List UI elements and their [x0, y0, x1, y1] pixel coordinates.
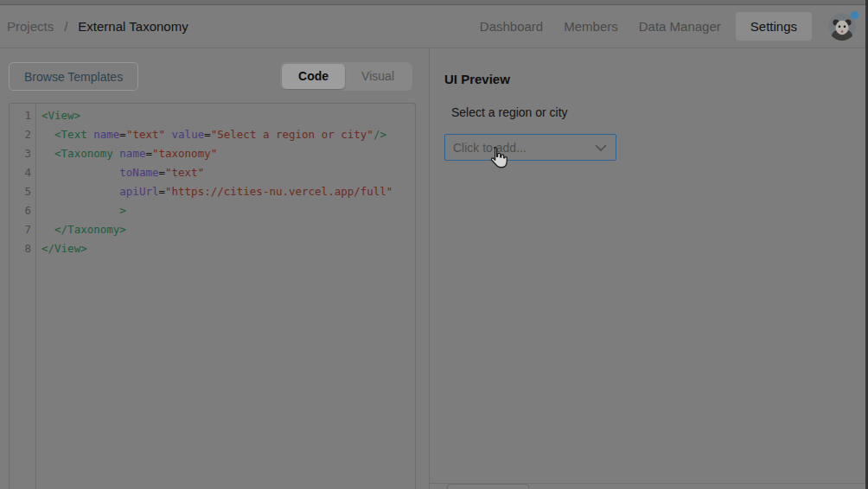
config-toolbar: Browse Templates Code Visual	[0, 48, 429, 91]
line-number: 7	[10, 220, 31, 239]
breadcrumb-separator: /	[64, 19, 67, 34]
settings-content: Browse Templates Code Visual 12345678 <V…	[0, 48, 868, 489]
top-nav: DashboardMembersData ManagerSettings	[469, 12, 812, 41]
toggle-option-code[interactable]: Code	[282, 64, 345, 89]
toggle-option-visual[interactable]: Visual	[345, 64, 411, 89]
labeling-config-panel: Browse Templates Code Visual 12345678 <V…	[0, 48, 430, 489]
line-number: 6	[10, 201, 31, 220]
dropdown-placeholder: Click to add...	[445, 141, 527, 155]
nav-item-settings[interactable]: Settings	[736, 12, 812, 41]
line-number: 5	[10, 182, 31, 201]
taxonomy-dropdown[interactable]: Click to add...	[444, 134, 616, 161]
user-avatar[interactable]	[828, 13, 856, 41]
preview-title: UI Preview	[444, 72, 868, 86]
code-line[interactable]: <Text name="text" value="Select a region…	[41, 125, 415, 144]
nav-item-data-manager[interactable]: Data Manager	[629, 12, 731, 41]
nav-item-dashboard[interactable]: Dashboard	[469, 12, 553, 41]
breadcrumb-projects-link[interactable]: Projects	[7, 19, 54, 34]
chevron-down-icon	[595, 144, 607, 152]
breadcrumb: Projects / External Taxonomy	[7, 19, 188, 34]
line-number: 2	[10, 125, 31, 144]
line-number: 4	[10, 163, 31, 182]
menubar: Projects / External Taxonomy DashboardMe…	[0, 5, 868, 48]
code-line[interactable]: <View>	[41, 106, 415, 125]
code-line[interactable]: </View>	[41, 239, 415, 258]
line-number: 1	[10, 106, 31, 125]
line-number: 8	[10, 239, 31, 258]
code-editor[interactable]: 12345678 <View> <Text name="text" value=…	[9, 103, 416, 489]
code-visual-toggle: Code Visual	[280, 62, 412, 91]
line-number: 3	[10, 144, 31, 163]
code-line[interactable]: toName="text"	[41, 163, 415, 182]
code-line[interactable]: <Taxonomy name="taxonomy"	[41, 144, 415, 163]
nav-item-members[interactable]: Members	[553, 12, 629, 41]
preview-task-text: Select a region or city	[451, 105, 868, 119]
editor-code[interactable]: <View> <Text name="text" value="Select a…	[36, 104, 415, 489]
code-line[interactable]: apiUrl="https://cities-nu.vercel.app/ful…	[41, 182, 415, 201]
editor-gutter: 12345678	[10, 104, 36, 489]
cut-off-element	[447, 484, 529, 489]
app-screen: Projects / External Taxonomy DashboardMe…	[0, 0, 868, 489]
breadcrumb-current-project: External Taxonomy	[78, 19, 188, 34]
code-line[interactable]: </Taxonomy>	[41, 220, 415, 239]
browse-templates-button[interactable]: Browse Templates	[9, 62, 138, 91]
ui-preview-panel: UI Preview Select a region or city Click…	[430, 48, 868, 489]
notification-dot	[851, 11, 858, 19]
code-line[interactable]: >	[41, 201, 415, 220]
